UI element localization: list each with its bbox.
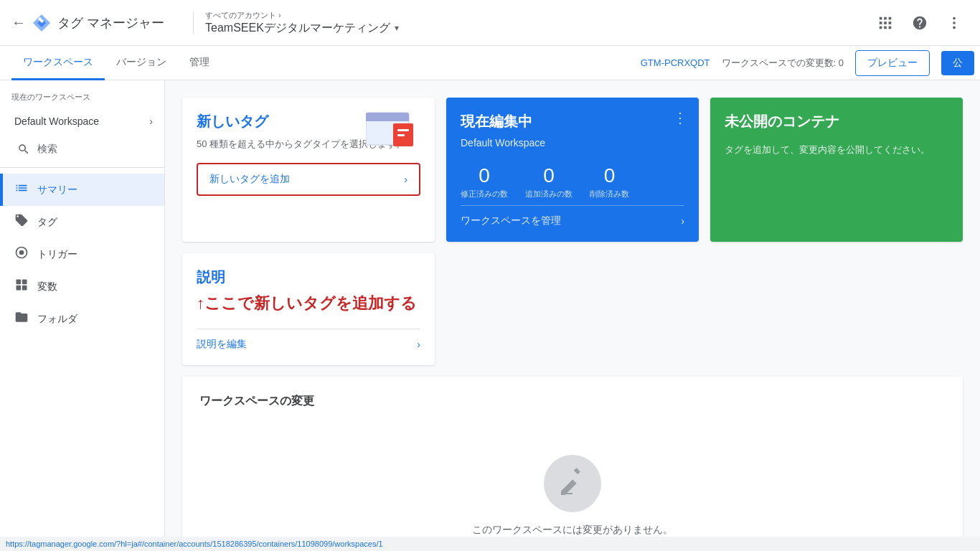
editing-card-menu-icon[interactable]: ⋮ (673, 109, 687, 126)
nav-tabs: ワークスペース バージョン 管理 GTM-PCRXQDT ワークスペースでの変更… (0, 46, 980, 80)
search-label: 検索 (37, 143, 57, 156)
sidebar-item-tags[interactable]: タグ (0, 206, 164, 238)
gtm-id[interactable]: GTM-PCRXQDT (641, 57, 710, 68)
header-actions (871, 9, 969, 37)
stat-deleted-num: 0 (590, 166, 629, 186)
new-tag-card: 新しいタグ 50 種類を超える中からタグタイプを選択します。 新しいタグを追加 … (182, 98, 435, 242)
search-button[interactable]: 検索 (6, 137, 159, 161)
status-bar: https://tagmanager.google.com/?hl=ja#/co… (0, 537, 980, 551)
workspace-name: Default Workspace (14, 116, 99, 127)
sidebar-item-label-tags: タグ (37, 216, 57, 229)
trigger-icon (14, 245, 29, 263)
stat-modified-num: 0 (461, 166, 508, 186)
sidebar-divider (0, 167, 164, 168)
svg-rect-3 (880, 17, 882, 19)
chevron-down-icon: ▾ (395, 23, 399, 33)
tag-icon (14, 213, 29, 231)
stat-deleted-label: 削除済み数 (590, 189, 629, 199)
sidebar: 現在のワークスペース Default Workspace › 検索 サマリー タ… (0, 80, 165, 551)
manage-workspace-button[interactable]: ワークスペースを管理 › (461, 205, 684, 227)
account-info: すべてのアカウント › TeamSEEKデジタルマーケティング ▾ (205, 10, 399, 36)
empty-state: このワークスペースには変更がありません。 詳細 (199, 438, 946, 551)
add-new-tag-label: 新しいタグを追加 (209, 173, 290, 186)
stat-added: 0 追加済みの数 (525, 166, 573, 199)
summary-icon (14, 181, 29, 199)
sidebar-item-label-folders: フォルダ (37, 313, 77, 326)
empty-state-icon (544, 455, 601, 512)
account-title-button[interactable]: TeamSEEKデジタルマーケティング ▾ (205, 21, 399, 36)
sidebar-item-summary[interactable]: サマリー (0, 174, 164, 206)
cards-grid: 新しいタグ 50 種類を超える中からタグタイプを選択します。 新しいタグを追加 … (182, 98, 963, 365)
editing-card-subtitle: Default Workspace (461, 137, 684, 149)
header-divider (193, 11, 194, 34)
edit-description-label: 説明を編集 (197, 338, 247, 351)
svg-rect-26 (397, 134, 405, 136)
svg-rect-10 (884, 26, 887, 29)
status-bar-url: https://tagmanager.google.com/?hl=ja#/co… (6, 540, 383, 548)
search-icon (17, 143, 30, 156)
tab-admin[interactable]: 管理 (178, 46, 221, 80)
svg-rect-11 (889, 26, 892, 29)
main-content: 新しいタグ 50 種類を超える中からタグタイプを選択します。 新しいタグを追加 … (165, 80, 980, 551)
workspace-chevron-icon: › (149, 116, 153, 127)
more-options-icon[interactable] (940, 9, 969, 37)
sidebar-item-label-summary: サマリー (37, 184, 77, 197)
sidebar-item-label-variables: 変数 (37, 281, 57, 293)
gtm-logo-icon (32, 13, 52, 33)
description-annotation: ↑ここで新しいタグを追加する (197, 293, 420, 314)
stat-added-label: 追加済みの数 (525, 189, 573, 199)
workspace-changes-title: ワークスペースの変更 (199, 394, 946, 409)
edit-description-chevron-icon: › (417, 339, 420, 350)
svg-point-13 (953, 22, 956, 24)
svg-rect-7 (884, 22, 887, 24)
sidebar-item-triggers[interactable]: トリガー (0, 238, 164, 270)
stat-added-num: 0 (525, 166, 573, 186)
tag-illustration-icon (366, 109, 423, 152)
workspace-section-label: 現在のワークスペース (0, 92, 164, 108)
manage-workspace-chevron-icon: › (681, 215, 684, 227)
empty-state-text: このワークスペースには変更がありません。 (472, 524, 673, 537)
app-name: タグ マネージャー (57, 14, 164, 32)
add-new-tag-button[interactable]: 新しいタグを追加 › (197, 163, 420, 196)
editing-card-title: 現在編集中 (461, 112, 684, 131)
unpublished-card-title: 未公開のコンテナ (725, 112, 948, 131)
preview-button[interactable]: プレビュー (855, 50, 930, 76)
stat-modified-label: 修正済みの数 (461, 189, 508, 199)
description-card: 説明 ↑ここで新しいタグを追加する 説明を編集 › (182, 253, 435, 365)
workspace-changes-count: ワークスペースでの変更数: 0 (722, 57, 844, 70)
edit-description-button[interactable]: 説明を編集 › (197, 329, 420, 351)
back-button[interactable]: ← (11, 14, 26, 31)
sidebar-item-label-triggers: トリガー (37, 248, 77, 261)
edit-pencil-icon (557, 468, 588, 499)
breadcrumb: すべてのアカウント › (205, 10, 399, 21)
variable-icon (14, 278, 29, 296)
sidebar-item-folders[interactable]: フォルダ (0, 303, 164, 335)
tab-workspace[interactable]: ワークスペース (11, 46, 105, 80)
account-name: TeamSEEKデジタルマーケティング (205, 21, 390, 36)
svg-point-14 (953, 26, 956, 29)
help-icon[interactable] (905, 9, 934, 37)
folder-icon (14, 310, 29, 328)
svg-point-12 (953, 17, 956, 19)
svg-rect-5 (889, 17, 892, 19)
svg-rect-23 (366, 119, 409, 121)
svg-rect-9 (880, 26, 882, 29)
add-new-tag-chevron-icon: › (404, 174, 407, 185)
editing-card-stats: 0 修正済みの数 0 追加済みの数 0 削除済み数 (461, 166, 684, 199)
svg-rect-18 (22, 280, 27, 285)
apps-icon[interactable] (871, 9, 900, 37)
svg-rect-6 (880, 22, 882, 24)
svg-rect-17 (17, 280, 22, 285)
app-logo: タグ マネージャー (32, 13, 182, 33)
svg-rect-4 (884, 17, 887, 19)
unpublished-card: 未公開のコンテナ タグを追加して、変更内容を公開してください。 (710, 98, 963, 242)
header: ← タグ マネージャー すべてのアカウント › TeamSEEKデジタルマーケテ… (0, 0, 980, 46)
stat-modified: 0 修正済みの数 (461, 166, 508, 199)
nav-right-actions: GTM-PCRXQDT ワークスペースでの変更数: 0 プレビュー 公 (641, 50, 980, 76)
tab-version[interactable]: バージョン (105, 46, 178, 80)
publish-button[interactable]: 公 (941, 51, 974, 75)
sidebar-item-variables[interactable]: 変数 (0, 270, 164, 303)
unpublished-card-description: タグを追加して、変更内容を公開してください。 (725, 143, 948, 158)
workspace-selector[interactable]: Default Workspace › (0, 108, 164, 134)
stat-deleted: 0 削除済み数 (590, 166, 629, 199)
